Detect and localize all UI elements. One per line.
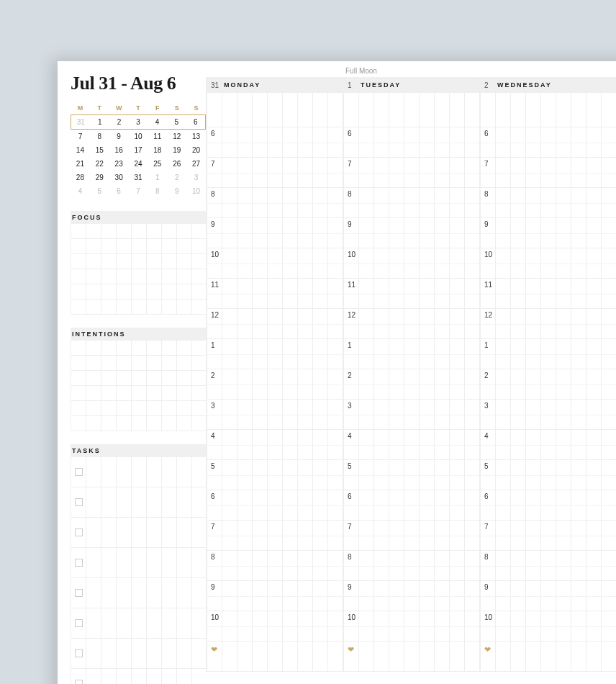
hour-label: 5 [484,462,489,470]
task-checkbox[interactable] [75,498,83,506]
footer-row: ❤︎ [207,642,343,672]
mini-cal-day-header: M [71,104,90,114]
day-columns: 31MONDAY678910111212345678910❤︎1TUESDAY6… [206,77,616,672]
mini-cal-cell: 25 [148,157,167,171]
mini-cal-cell: 4 [148,115,167,129]
day-top-space [207,93,343,127]
hour-label: 1 [211,341,215,349]
mini-cal-cell: 6 [109,184,129,198]
hour-label: 1 [484,341,489,349]
hour-label: 3 [211,402,215,410]
hour-row: 7 [480,158,616,188]
hour-row: 9 [207,218,343,248]
task-checkbox[interactable] [75,619,83,627]
hour-row: 6 [480,127,616,158]
heart-icon: ❤︎ [348,645,354,654]
hour-label: 7 [211,523,215,531]
hour-label: 11 [348,281,355,289]
hour-row: 12 [343,309,479,339]
mini-cal-cell: 26 [167,157,186,171]
mini-calendar-header: MTWTFSS [71,104,206,114]
hour-label: 8 [484,190,489,198]
hour-row: 6 [480,490,616,521]
mini-cal-cell: 28 [71,171,90,184]
mini-cal-cell: 3 [129,115,148,129]
task-checkbox[interactable] [75,559,83,567]
hour-row: 10 [480,611,616,642]
mini-cal-cell: 7 [129,184,148,198]
mini-cal-row: 21222324252627 [71,157,206,171]
mini-cal-cell: 5 [167,115,186,129]
day-top-space [343,93,479,127]
hour-row: 3 [480,400,616,430]
hour-label: 5 [348,462,352,470]
mini-cal-cell: 8 [90,130,109,143]
hour-row: 11 [207,279,343,309]
mini-cal-cell: 21 [71,157,90,171]
mini-cal-cell: 27 [186,157,206,171]
hour-label: 11 [484,281,492,289]
hour-label: 4 [348,432,352,440]
hour-label: 8 [211,553,215,561]
hour-row: 8 [343,551,479,581]
task-checkbox[interactable] [75,680,83,684]
tasks-area [71,457,206,684]
hour-row: 7 [343,521,479,551]
mini-cal-day-header: S [186,104,206,114]
mini-cal-cell: 24 [129,157,148,171]
hour-label: 7 [484,523,489,531]
planner-page: Full Moon Jul 31 - Aug 6 MTWTFSS 3112345… [58,61,616,684]
tasks-label: TASKS [71,444,206,457]
day-header: 1TUESDAY [343,77,479,93]
mini-cal-cell: 9 [167,184,186,198]
task-row [71,548,206,578]
mini-cal-cell: 3 [186,171,206,184]
task-checkbox[interactable] [75,468,83,476]
heart-icon: ❤︎ [211,645,217,654]
hour-row: 10 [343,611,479,642]
day-column: 31MONDAY678910111212345678910❤︎ [206,77,343,672]
day-name: TUESDAY [361,81,401,89]
hour-row: 2 [207,369,343,400]
hour-row: 4 [343,430,479,460]
sidebar: Jul 31 - Aug 6 MTWTFSS 31123456789101112… [71,73,206,684]
hour-label: 6 [484,492,489,500]
mini-cal-cell: 16 [109,143,129,157]
mini-cal-cell: 10 [129,130,148,143]
hour-label: 2 [348,372,352,379]
mini-cal-cell: 15 [90,143,109,157]
task-checkbox[interactable] [75,528,83,536]
hour-label: 8 [348,190,352,198]
mini-cal-cell: 30 [109,171,129,184]
day-column: 1TUESDAY678910111212345678910❤︎ [343,77,479,672]
mini-cal-row: 45678910 [71,184,206,198]
hour-row: 2 [480,369,616,400]
hour-row: 5 [343,460,479,490]
day-number: 2 [484,81,497,89]
hour-label: 11 [211,281,219,289]
hour-label: 12 [484,311,492,319]
intentions-area [71,341,206,431]
mini-cal-cell: 11 [148,130,167,143]
week-range-title: Jul 31 - Aug 6 [71,73,206,94]
hour-label: 2 [484,372,489,379]
mini-cal-cell: 12 [167,130,186,143]
hour-row: 10 [207,248,343,279]
task-checkbox[interactable] [75,589,83,597]
task-checkbox[interactable] [75,649,83,657]
day-column: 2WEDNESDAY678910111212345678910❤︎ [479,77,616,672]
hour-row: 8 [480,188,616,218]
mini-cal-cell: 29 [90,171,109,184]
hour-label: 12 [348,311,355,319]
task-row [71,487,206,518]
hour-label: 12 [211,311,219,319]
hour-row: 3 [343,400,479,430]
hour-label: 2 [211,372,215,379]
mini-cal-cell: 18 [148,143,167,157]
mini-cal-cell: 31 [71,115,91,129]
day-top-space [480,93,616,127]
hour-label: 8 [348,553,352,561]
hour-label: 10 [484,613,492,621]
day-number: 31 [211,81,224,89]
mini-cal-day-header: S [167,104,186,114]
